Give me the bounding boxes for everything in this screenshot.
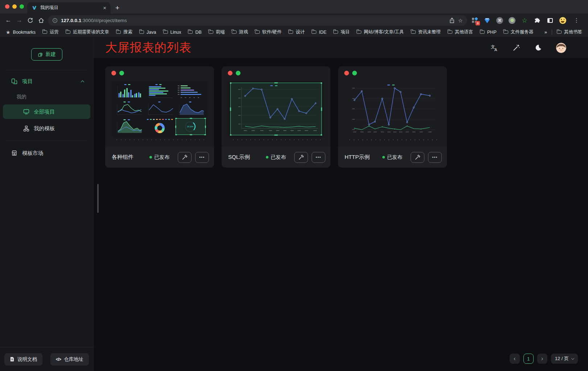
more-button[interactable]: ••• bbox=[312, 152, 325, 163]
bookmarks-bar: ★Bookmarks 运营 近期需要读的文章 搜索 Java Linux DB … bbox=[0, 27, 588, 37]
svg-text:A: A bbox=[494, 48, 497, 52]
bookmark-folder[interactable]: 文件服务器 bbox=[503, 29, 534, 35]
chevron-down-icon bbox=[571, 356, 574, 359]
sidebar-item-all-projects[interactable]: 全部项目 bbox=[3, 104, 90, 119]
url-bar[interactable]: 127.0.0.1:3000/#/project/items ☆ bbox=[48, 15, 467, 26]
sidebar: 新建 项目 我的 全部项目 我的模板 模板市场 bbox=[0, 37, 94, 371]
card-footer: SQL示例 已发布 ••• bbox=[222, 147, 330, 168]
edit-button[interactable] bbox=[178, 152, 192, 163]
other-bookmarks[interactable]: 其他书签 bbox=[557, 29, 582, 35]
bookmark-folder[interactable]: 前端 bbox=[209, 29, 225, 35]
minimize-window-button[interactable] bbox=[12, 4, 17, 9]
bookmark-folder[interactable]: 游戏 bbox=[232, 29, 248, 35]
folder-icon bbox=[116, 30, 121, 34]
forward-icon[interactable]: → bbox=[14, 15, 25, 26]
language-icon[interactable]: 文A bbox=[490, 44, 498, 52]
sidebar-section-project[interactable]: 项目 bbox=[0, 73, 93, 89]
project-card[interactable]: HTTP示例 已发布 ••• bbox=[338, 66, 447, 168]
page-size-select[interactable]: 12 / 页 bbox=[551, 354, 578, 364]
bookmarks-manager[interactable]: ★Bookmarks bbox=[6, 29, 36, 35]
bookmark-folder[interactable]: 其他语言 bbox=[448, 29, 473, 35]
current-page-button[interactable]: 1 bbox=[523, 354, 534, 364]
scrollbar-thumb[interactable] bbox=[97, 184, 99, 213]
gem-extension-icon[interactable] bbox=[484, 17, 491, 24]
svg-text:25.00%: 25.00% bbox=[187, 125, 194, 128]
browser-menu-icon[interactable]: ⋮ bbox=[572, 17, 581, 24]
theme-wand-icon[interactable] bbox=[513, 44, 520, 51]
bookmark-folder[interactable]: PHP bbox=[480, 30, 497, 35]
tab-close-icon[interactable]: × bbox=[103, 5, 106, 11]
repo-button[interactable]: </> 仓库地址 bbox=[50, 353, 89, 366]
tab-manager-extension-icon[interactable]: 9 bbox=[471, 17, 478, 24]
project-icon bbox=[11, 78, 17, 84]
close-window-button[interactable] bbox=[5, 4, 9, 9]
bookmark-folder[interactable]: DB bbox=[188, 30, 201, 35]
bookmark-folder[interactable]: 运营 bbox=[42, 29, 59, 35]
bookmark-folder[interactable]: 资讯未整理 bbox=[411, 29, 441, 35]
bookmark-folder[interactable]: 设计 bbox=[288, 29, 305, 35]
more-button[interactable]: ••• bbox=[195, 152, 209, 163]
prev-page-button[interactable]: ‹ bbox=[510, 354, 520, 364]
recorder-extension-icon[interactable] bbox=[509, 17, 515, 24]
page-title: 大屏报表的列表 bbox=[105, 40, 192, 56]
folder-icon bbox=[312, 30, 316, 34]
home-icon[interactable] bbox=[36, 15, 46, 26]
bookmark-star-icon[interactable]: ☆ bbox=[458, 18, 463, 23]
folder-icon bbox=[288, 30, 293, 34]
bookmark-folder[interactable]: IDE bbox=[312, 30, 326, 35]
code-icon: </> bbox=[56, 357, 61, 362]
status-badge: 已发布 bbox=[149, 154, 169, 161]
reload-icon[interactable] bbox=[25, 15, 36, 26]
bookmark-folder[interactable]: Java bbox=[139, 30, 156, 35]
folder-icon bbox=[232, 30, 237, 34]
extension-badge: 9 bbox=[476, 21, 480, 25]
share-icon[interactable] bbox=[449, 17, 455, 24]
bookmarks-overflow-icon[interactable]: » bbox=[544, 29, 547, 35]
command-extension-icon[interactable]: ⌘ bbox=[496, 17, 503, 24]
extensions-puzzle-icon[interactable] bbox=[534, 17, 541, 24]
browser-tab[interactable]: 我的项目 × bbox=[27, 2, 111, 13]
mini-two-line-chart bbox=[114, 100, 144, 117]
dark-mode-moon-icon[interactable] bbox=[534, 44, 542, 51]
docs-button[interactable]: 说明文档 bbox=[4, 353, 42, 366]
templates-icon bbox=[23, 125, 29, 132]
new-tab-button[interactable]: + bbox=[115, 4, 119, 11]
chart bbox=[347, 83, 438, 135]
sidebar-item-template-market[interactable]: 模板市场 bbox=[0, 145, 93, 161]
hammer-icon bbox=[415, 154, 420, 160]
selected-chart bbox=[230, 83, 322, 135]
sidebar-item-my-templates[interactable]: 我的模板 bbox=[3, 121, 90, 136]
more-button[interactable]: ••• bbox=[428, 152, 442, 163]
bookmark-folder[interactable]: 搜索 bbox=[116, 29, 132, 35]
edit-button[interactable] bbox=[411, 152, 424, 163]
status-dot bbox=[266, 156, 268, 158]
sidebar-divider bbox=[6, 141, 87, 141]
tab-strip: 我的项目 × + bbox=[0, 0, 588, 13]
bookmark-folder[interactable]: 项目 bbox=[333, 29, 350, 35]
user-avatar[interactable] bbox=[556, 43, 566, 53]
url-text: 127.0.0.1:3000/#/project/items bbox=[61, 18, 127, 23]
project-card[interactable]: SQL示例 已发布 ••• bbox=[222, 66, 330, 168]
hatena-extension-icon[interactable]: ☆ bbox=[521, 17, 528, 24]
edit-button[interactable] bbox=[294, 152, 308, 163]
card-window-dots bbox=[111, 71, 124, 75]
project-name: SQL示例 bbox=[228, 154, 250, 161]
emoji-extension-icon[interactable] bbox=[559, 17, 566, 24]
bookmark-folder[interactable]: Linux bbox=[163, 30, 181, 35]
next-page-button[interactable]: › bbox=[537, 354, 547, 364]
side-panel-icon[interactable] bbox=[546, 17, 554, 24]
folder-icon bbox=[66, 30, 70, 34]
bookmark-folder[interactable]: 软件/硬件 bbox=[255, 29, 281, 35]
maximize-window-button[interactable] bbox=[20, 4, 24, 9]
mini-hbar-chart bbox=[145, 83, 175, 99]
mini-bar-chart bbox=[114, 83, 144, 99]
back-icon[interactable]: ← bbox=[3, 15, 14, 26]
project-card[interactable]: 25.00% bbox=[105, 66, 214, 168]
folder-icon bbox=[139, 30, 144, 34]
bookmark-folder[interactable]: 近期需要读的文章 bbox=[66, 29, 109, 35]
hammer-icon bbox=[298, 154, 304, 160]
site-info-icon[interactable] bbox=[52, 18, 58, 23]
mini-area-chart-green bbox=[114, 118, 144, 135]
new-project-button[interactable]: 新建 bbox=[31, 48, 62, 61]
bookmark-folder[interactable]: 网站/博客/文章/工具 bbox=[357, 29, 404, 35]
